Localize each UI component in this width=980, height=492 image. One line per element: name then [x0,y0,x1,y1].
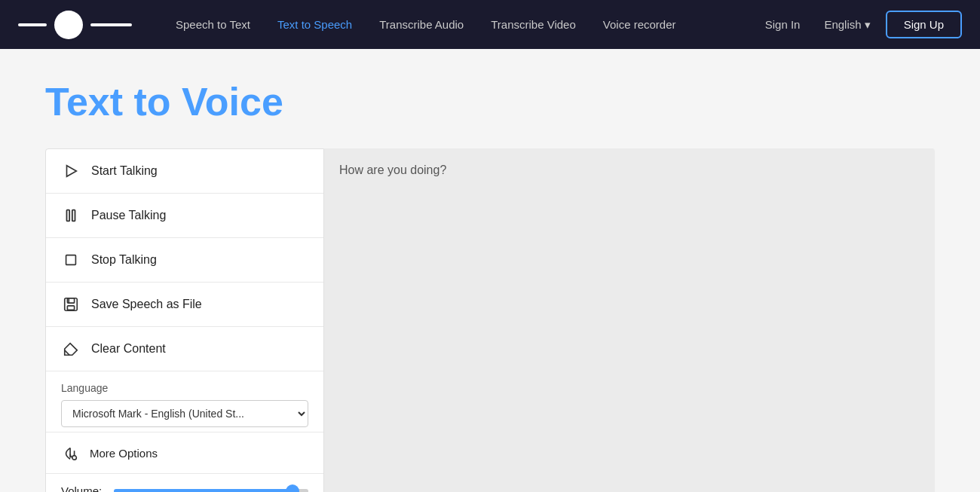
navigation: Speech to Text Text to Speech Transcribe… [0,0,980,49]
language-label: English [824,18,861,31]
settings-sound-icon [61,443,81,463]
main-content: Text to Voice Start Talking [0,49,980,492]
svg-rect-2 [72,210,75,222]
play-icon [61,161,81,181]
start-talking-button[interactable]: Start Talking [46,149,323,194]
logo-line-left [18,23,47,26]
svg-rect-4 [65,298,78,311]
stop-icon [61,250,81,270]
nav-right: Sign In English ▾ Sign Up [756,11,962,38]
pause-talking-label: Pause Talking [91,209,166,222]
language-section-label: Language [61,382,308,394]
content-layout: Start Talking Pause Talking Stop Ta [45,148,935,492]
sidebar: Start Talking Pause Talking Stop Ta [45,148,324,492]
stop-talking-button[interactable]: Stop Talking [46,238,323,283]
page-title: Text to Voice [45,79,935,124]
logo [18,11,132,39]
volume-section: Volume: [46,474,323,492]
logo-circle [54,11,83,39]
save-speech-button[interactable]: Save Speech as File [46,283,323,327]
volume-label: Volume: [61,484,105,492]
chevron-down-icon: ▾ [865,18,871,32]
svg-rect-1 [67,210,70,222]
clear-content-label: Clear Content [91,342,166,356]
eraser-icon [61,339,81,359]
language-selector[interactable]: English ▾ [815,18,879,32]
svg-rect-6 [67,306,74,310]
sign-up-button[interactable]: Sign Up [886,11,962,38]
save-speech-label: Save Speech as File [91,298,202,311]
svg-rect-3 [66,255,76,265]
start-talking-label: Start Talking [91,164,158,178]
nav-link-speech-to-text[interactable]: Speech to Text [162,0,264,49]
clear-content-button[interactable]: Clear Content [46,327,323,371]
svg-line-9 [65,350,69,355]
stop-talking-label: Stop Talking [91,253,157,267]
nav-link-transcribe-video[interactable]: Transcribe Video [477,0,590,49]
text-area-content: How are you doing? [339,163,446,176]
save-icon [61,295,81,314]
language-select[interactable]: Microsoft Mark - English (United St... [61,400,308,427]
nav-link-transcribe-audio[interactable]: Transcribe Audio [366,0,477,49]
more-options-label: More Options [90,447,158,460]
language-section: Language Microsoft Mark - English (Unite… [46,371,323,432]
volume-slider[interactable] [114,489,308,493]
nav-link-text-to-speech[interactable]: Text to Speech [264,0,366,49]
nav-links: Speech to Text Text to Speech Transcribe… [162,0,756,49]
more-options-button[interactable]: More Options [46,432,323,474]
svg-marker-0 [67,166,77,177]
svg-point-10 [72,456,77,460]
svg-marker-8 [65,344,78,356]
pause-icon [61,206,81,225]
sign-in-link[interactable]: Sign In [756,18,810,31]
text-area[interactable]: How are you doing? [324,148,935,492]
pause-talking-button[interactable]: Pause Talking [46,194,323,238]
nav-link-voice-recorder[interactable]: Voice recorder [590,0,690,49]
logo-line-right [90,23,132,26]
